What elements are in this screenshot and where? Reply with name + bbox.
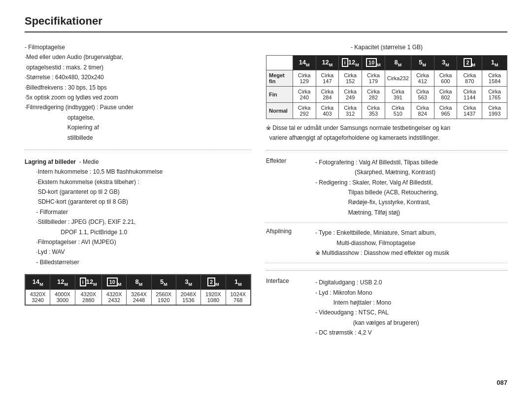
cap-row-megfin-label: Meget fin [266,70,293,86]
cap-fin-14m: Cirka 240 [293,86,316,102]
film-heading: - Filmoptagelse [25,42,251,52]
cap-header-14m: 14M [293,56,316,70]
cap-header-2m: 2M [457,56,482,70]
capacity-label: - Kapacitet (størrelse 1 GB) [266,42,507,52]
size-header-8m: 8M [127,275,151,290]
storage-heading: Lagring af billeder - Medie ·Intern huko… [25,157,251,267]
size-header-1m: 1M [226,275,250,290]
cap-header-1m: 1M [482,56,507,70]
size-header-5m: 5M [151,275,176,290]
cap-megfin-i12m: Cirka 152 [339,70,362,86]
cap-normal-i10m: Cirka 353 [362,102,385,119]
cap-fin-i12m: Cirka 249 [339,86,362,102]
sizes-table-wrap: 14M 12M i12M 10M 8M 5M 3M 2M 1M 4320X324… [25,274,251,306]
cap-megfin-5m: Cirka 412 [411,70,434,86]
cap-row-normal-label: Normal [266,102,293,119]
divider-1 [25,150,251,150]
spec-label-afspilning: Afspilning [266,228,310,258]
cap-normal-i12m: Cirka 312 [339,102,362,119]
size-val-1m: 1024X768 [226,289,250,305]
cap-row-fin-label: Fin [266,86,293,102]
cap-fin-5m: Cirka 563 [411,86,434,102]
size-val-2m: 1920X1080 [201,289,226,305]
spec-value-afspilning: - Type : Enkeltbillede, Miniature, Smart… [315,228,507,258]
cap-megfin-3m: Cirka 600 [434,70,457,86]
cap-header-i10m: 10M [362,56,385,70]
spec-label-interface: Interface [266,278,310,338]
cap-fin-i10m: Cirka 282 [362,86,385,102]
cap-megfin-2m: Cirka 870 [457,70,482,86]
size-val-i10m: 4320X2432 [101,289,126,305]
cap-megfin-1m: Cirka 1584 [482,70,507,86]
cap-normal-1m: Cirka 1993 [482,102,507,119]
cap-fin-12m: Cirka 284 [316,86,339,102]
spec-afspilning: Afspilning - Type : Enkeltbillede, Minia… [266,228,507,263]
size-val-8m: 3264X2448 [127,289,151,305]
page-number: 087 [497,379,507,386]
spec-interface: Interface - Digitaludgang : USB 2.0 - Ly… [266,278,507,342]
cap-normal-12m: Cirka 403 [316,102,339,119]
cap-fin-2m: Cirka 1144 [457,86,482,102]
left-column: - Filmoptagelse ·Med eller uden Audio (b… [25,42,251,348]
size-header-i12m: i12M [75,275,101,290]
size-val-i12m: 4320X2880 [75,289,101,305]
capacity-table: 14M 12M i12M 10M 8M 5M 3M 2M 1M Meget fi… [266,55,507,119]
right-column: - Kapacitet (størrelse 1 GB) 14M 12M i12… [266,42,507,348]
size-header-12m: 12M [50,275,75,290]
note-text: ※ Disse tal er udmålt under Samsungs nor… [266,123,507,143]
size-val-3m: 2048X1536 [176,289,200,305]
cap-normal-14m: Cirka 292 [293,102,316,119]
storage-section: Lagring af billeder - Medie ·Intern huko… [25,157,251,267]
cap-megfin-8m: Cirka232 [385,70,411,86]
spec-effekter: Effekter - Fotografering : Valg Af Bille… [266,157,507,223]
size-header-14m: 14M [26,275,50,290]
size-val-14m: 4320X3240 [26,289,50,305]
cap-header-12m: 12M [316,56,339,70]
divider-2 [266,150,507,151]
cap-megfin-i10m: Cirka 179 [362,70,385,86]
cap-fin-8m: Cirka 391 [385,86,411,102]
size-val-12m: 4000X3000 [50,289,75,305]
cap-header-3m: 3M [434,56,457,70]
film-section: - Filmoptagelse ·Med eller uden Audio (b… [25,42,251,143]
film-details: ·Med eller uden Audio (brugervalgbar, op… [25,52,251,143]
cap-normal-8m: Cirka 510 [385,102,411,119]
size-header-3m: 3M [176,275,200,290]
cap-megfin-14m: Cirka 129 [293,70,316,86]
size-header-i10m: 10M [101,275,126,290]
cap-fin-3m: Cirka 802 [434,86,457,102]
size-header-2m: 2M [201,275,226,290]
spec-value-interface: - Digitaludgang : USB 2.0 - Lyd : Mikrof… [315,278,507,338]
spec-label-effekter: Effekter [266,157,310,217]
spec-value-effekter: - Fotografering : Valg Af Billedstil, Ti… [315,157,507,217]
cap-header-8m: 8M [385,56,411,70]
cap-header-i12m: i12M [339,56,362,70]
cap-megfin-12m: Cirka 147 [316,70,339,86]
cap-header-5m: 5M [411,56,434,70]
sizes-table: 14M 12M i12M 10M 8M 5M 3M 2M 1M 4320X324… [25,275,251,305]
cap-normal-3m: Cirka 965 [434,102,457,119]
page-title: Specifikationer [25,15,507,32]
cap-normal-5m: Cirka 824 [411,102,434,119]
size-val-5m: 2560X1920 [151,289,176,305]
divider-3 [266,270,507,271]
cap-normal-2m: Cirka 1437 [457,102,482,119]
cap-fin-1m: Cirka 1765 [482,86,507,102]
